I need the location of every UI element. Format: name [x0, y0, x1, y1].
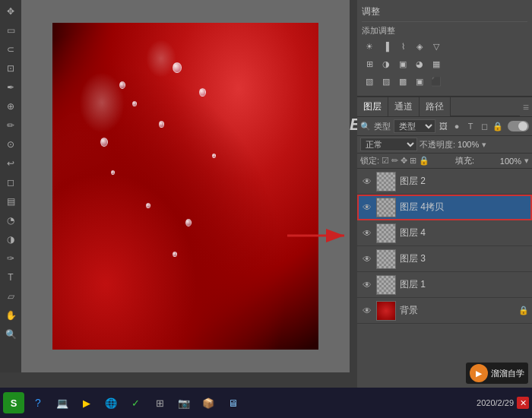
taskbar-close[interactable]: ✕ — [517, 397, 529, 409]
pattern-icon[interactable]: ▦ — [429, 56, 444, 71]
eye-icon-layer2[interactable]: 👁 — [360, 175, 374, 188]
adjustments-title: 调整 — [362, 3, 527, 22]
filter-shape-icon[interactable]: ◻ — [478, 120, 490, 132]
tool-dodge[interactable]: ◑ — [2, 231, 19, 248]
tool-clone[interactable]: ⊙ — [2, 136, 19, 153]
opacity-arrow-icon[interactable]: ▾ — [482, 140, 486, 150]
adjustments-panel: 调整 添加调整 ☀ ▐ ⌇ ◈ ▽ ⊞ ◑ ▣ ◕ ▦ ▧ ▨ ▩ ▣ ⬛ — [357, 0, 532, 97]
layer-item-2[interactable]: 👁 图层 2 — [357, 169, 532, 195]
filter-T-icon[interactable]: T — [464, 120, 477, 132]
blend-mode-select[interactable]: 正常 溶解 正片叠底 — [360, 138, 417, 151]
watermark: ▶ 溜溜自学 — [466, 363, 528, 384]
layer-thumb-2 — [376, 172, 396, 192]
lock-row: 锁定: ☑ ✏ ✥ ⊞ 🔒 填充: 100% ▾ — [357, 154, 532, 169]
watermark-logo: ▶ — [470, 364, 488, 382]
panel-menu-icon[interactable]: ≡ — [520, 100, 532, 115]
layer-mode-row: 正常 溶解 正片叠底 不透明度: 100% ▾ — [357, 136, 532, 154]
camera-raw-icon[interactable]: ▣ — [395, 56, 410, 71]
taskbar-icon-s[interactable]: S — [3, 392, 24, 413]
tab-paths[interactable]: 路径 — [420, 97, 451, 116]
eye-icon-layer4copy[interactable]: 👁 — [360, 201, 374, 214]
layer-name-1: 图层 1 — [400, 278, 529, 291]
lock-all-icon[interactable]: ⊞ — [410, 156, 416, 166]
bw-icon[interactable]: ◑ — [378, 56, 394, 71]
adj-icons-row2: ⊞ ◑ ▣ ◕ ▦ — [362, 56, 527, 71]
filter-type-select[interactable]: 类型 名称 效果 — [394, 119, 435, 133]
tool-eraser[interactable]: ◻ — [2, 174, 19, 191]
taskbar-icon-help[interactable]: ? — [27, 392, 49, 413]
lock-move-icon[interactable]: ✥ — [401, 156, 407, 166]
taskbar-icon-check[interactable]: ✓ — [125, 392, 146, 413]
tool-shape[interactable]: ▱ — [2, 288, 19, 305]
taskbar-icon-globe[interactable]: 🌐 — [100, 392, 122, 413]
filter-circle-icon[interactable]: ● — [451, 120, 463, 132]
bg-lock-icon: 🔒 — [518, 306, 529, 315]
tool-hand[interactable]: ✋ — [2, 307, 19, 324]
layer-item-1[interactable]: 👁 图层 1 — [357, 272, 532, 298]
edit4-icon[interactable]: ▣ — [412, 74, 427, 89]
add-adjustment-label: 添加调整 — [362, 25, 527, 36]
tool-crop[interactable]: ⊡ — [2, 60, 19, 77]
tool-text[interactable]: T — [2, 269, 19, 286]
layer-item-4[interactable]: 👁 图层 4 — [357, 220, 532, 246]
hue-icon[interactable]: ◕ — [412, 56, 427, 71]
brightness-icon[interactable]: ☀ — [362, 39, 377, 54]
lock-label: 锁定: — [360, 155, 379, 166]
lock-check-icon[interactable]: ☑ — [382, 156, 389, 166]
taskbar-icon-grid[interactable]: ⊞ — [149, 392, 170, 413]
photo-canvas — [52, 23, 318, 350]
taskbar-time: 2020/2/29 — [477, 398, 514, 407]
lock-icon[interactable]: 🔒 — [419, 156, 429, 166]
edit5-icon[interactable]: ⬛ — [429, 74, 444, 89]
tool-heal[interactable]: ⊕ — [2, 98, 19, 115]
tool-pen[interactable]: ✑ — [2, 250, 19, 267]
layer-name-3: 图层 3 — [400, 252, 529, 265]
taskbar-icon-monitor[interactable]: 🖥 — [222, 392, 243, 413]
layers-filter-row: 🔍 类型 类型 名称 效果 🖼 ● T ◻ 🔒 — [357, 117, 532, 136]
filter-lock-icon[interactable]: 🔒 — [492, 120, 504, 132]
layer-item-4copy[interactable]: 👁 图层 4拷贝 — [357, 195, 532, 220]
tool-move[interactable]: ✥ — [2, 3, 19, 20]
eye-icon-layer3[interactable]: 👁 — [360, 252, 374, 266]
tab-layers[interactable]: 图层 — [357, 97, 388, 116]
eye-icon-layer4[interactable]: 👁 — [360, 226, 374, 240]
triangle-icon[interactable]: ▽ — [429, 39, 444, 54]
layer-item-background[interactable]: 👁 背景 🔒 — [357, 298, 532, 324]
fill-arrow-icon[interactable]: ▾ — [524, 156, 529, 166]
filter-image-icon[interactable]: 🖼 — [437, 120, 449, 132]
edit1-icon[interactable]: ▧ — [362, 74, 377, 89]
layer-thumb-4 — [376, 223, 396, 243]
taskbar-icon-box[interactable]: 📦 — [198, 392, 219, 413]
filter-label: 类型 — [374, 121, 391, 132]
lock-pen-icon[interactable]: ✏ — [391, 156, 398, 166]
fill-value: 100% — [500, 157, 521, 166]
taskbar-icon-play[interactable]: ▶ — [76, 392, 97, 413]
filter-toggle[interactable] — [508, 121, 529, 131]
tool-lasso[interactable]: ⊂ — [2, 41, 19, 58]
edit3-icon[interactable]: ▩ — [395, 74, 410, 89]
tools-panel: ✥ ▭ ⊂ ⊡ ✒ ⊕ ✏ ⊙ ↩ ◻ ▤ ◔ ◑ ✑ T ▱ ✋ 🔍 — [0, 0, 21, 372]
tool-history[interactable]: ↩ — [2, 155, 19, 172]
tab-channels[interactable]: 通道 — [388, 97, 420, 116]
tool-blur[interactable]: ◔ — [2, 212, 19, 229]
filter-type-label: 🔍 — [360, 122, 371, 131]
curves-icon[interactable]: ⌇ — [395, 39, 410, 54]
edit2-icon[interactable]: ▨ — [378, 74, 394, 89]
taskbar-icon-pc[interactable]: 💻 — [52, 392, 73, 413]
rose-background — [52, 23, 318, 350]
levels-icon[interactable]: ▐ — [378, 39, 394, 54]
tool-gradient[interactable]: ▤ — [2, 193, 19, 210]
layer-name-bg: 背景 — [400, 304, 517, 317]
balance-icon[interactable]: ⊞ — [362, 56, 377, 71]
exposure-icon[interactable]: ◈ — [412, 39, 427, 54]
tool-zoom[interactable]: 🔍 — [2, 326, 19, 343]
tool-select[interactable]: ▭ — [2, 22, 19, 39]
eye-icon-layer1[interactable]: 👁 — [360, 278, 374, 292]
tool-brush[interactable]: ✏ — [2, 117, 19, 134]
layer-item-3[interactable]: 👁 图层 3 — [357, 246, 532, 272]
tool-eyedropper[interactable]: ✒ — [2, 79, 19, 96]
layer-name-4: 图层 4 — [400, 226, 529, 239]
layer-thumb-1 — [376, 275, 396, 295]
eye-icon-bg[interactable]: 👁 — [360, 304, 374, 318]
taskbar-icon-camera[interactable]: 📷 — [173, 392, 195, 413]
